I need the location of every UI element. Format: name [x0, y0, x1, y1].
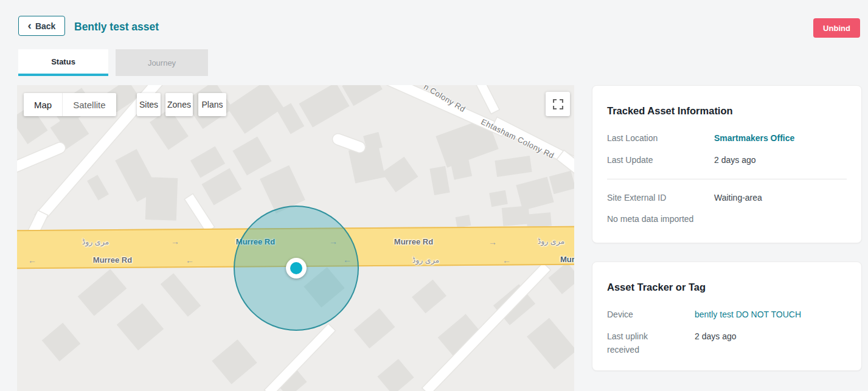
back-button-label: Back — [35, 21, 55, 31]
tracked-asset-info-card: Tracked Asset Information Last Location … — [592, 85, 862, 243]
card-divider — [607, 179, 847, 179]
map-building — [212, 339, 257, 384]
map-canvas[interactable]: n Colony Rd Ehtasham Colony Rd مری روڈ →… — [17, 85, 574, 391]
tracked-asset-info-title: Tracked Asset Information — [607, 105, 847, 117]
map-building — [87, 175, 109, 200]
arrow-right-icon: → — [488, 237, 497, 247]
road-label-murree-urdu-1: مری روڈ — [82, 237, 109, 246]
fullscreen-button[interactable] — [546, 92, 570, 116]
road-label-murree-urdu-2: مری روڈ — [538, 237, 565, 246]
asset-tracker-card: Asset Tracker or Tag Device bently test … — [592, 261, 862, 371]
map-building — [354, 308, 395, 348]
last-location-row: Last Location Smartmakers Office — [607, 131, 847, 145]
map-building — [412, 280, 446, 314]
meta-note: No meta data imported — [607, 214, 847, 224]
arrow-left-icon: ← — [502, 255, 511, 265]
arrow-left-icon: ← — [28, 255, 36, 265]
road-label-murree-urdu-3: مری روڈ — [412, 255, 440, 265]
map-building — [382, 157, 418, 193]
asset-location-marker[interactable] — [286, 258, 307, 279]
road-label-murree-3: Murree Rd — [93, 255, 132, 265]
map-type-satellite-button[interactable]: Satellite — [62, 93, 116, 116]
map-building — [495, 156, 532, 177]
map-building — [227, 85, 283, 134]
map-type-control: Map Satellite — [24, 93, 116, 116]
map-road — [17, 141, 66, 173]
map-building — [342, 85, 383, 106]
map-building — [78, 269, 127, 316]
asset-detail-page: { "header": { "back": { "chevron": "‹", … — [0, 0, 868, 391]
map-road — [422, 263, 549, 391]
device-link[interactable]: bently test DO NOT TOUCH — [695, 308, 801, 321]
last-update-label: Last Update — [607, 153, 714, 167]
fullscreen-icon — [553, 99, 563, 109]
map-building — [117, 303, 164, 350]
page-title: Bently test asset — [74, 21, 159, 33]
asset-marker-dot — [290, 262, 302, 274]
map-building — [502, 206, 530, 226]
last-uplink-value: 2 days ago — [695, 330, 737, 343]
map-building — [489, 190, 508, 207]
last-update-value: 2 days ago — [714, 153, 756, 167]
asset-tracker-title: Asset Tracker or Tag — [607, 282, 847, 293]
site-external-id-label: Site External ID — [607, 191, 714, 204]
back-button[interactable]: ‹ Back — [18, 16, 65, 36]
map-building — [526, 212, 552, 227]
tab-journey[interactable]: Journey — [116, 49, 208, 76]
last-location-link[interactable]: Smartmakers Office — [714, 131, 794, 145]
map-building — [42, 323, 80, 361]
map-building — [161, 273, 201, 317]
map-type-map-button[interactable]: Map — [24, 93, 62, 116]
zones-toggle-button[interactable]: Zones — [165, 93, 193, 116]
arrow-right-icon: → — [171, 237, 179, 246]
map-building — [516, 177, 554, 210]
back-chevron-icon: ‹ — [28, 19, 32, 31]
map-building — [548, 262, 574, 294]
map-building — [299, 85, 349, 127]
tab-bar: Status Journey — [18, 49, 208, 76]
last-update-row: Last Update 2 days ago — [607, 153, 847, 167]
site-external-id-value: Waiting-area — [714, 191, 762, 204]
map-building — [377, 359, 414, 391]
map-building — [527, 318, 574, 369]
sites-toggle-button[interactable]: Sites — [137, 93, 161, 116]
map-building — [232, 136, 271, 175]
road-label-murree-clipped: Murree Rd — [560, 255, 574, 264]
plans-toggle-button[interactable]: Plans — [198, 93, 226, 116]
device-label: Device — [607, 308, 695, 321]
road-label-murree-2: Murree Rd — [394, 237, 433, 246]
tab-status[interactable]: Status — [18, 49, 108, 76]
arrow-left-icon: ← — [186, 255, 194, 265]
last-location-label: Last Location — [607, 131, 714, 145]
unbind-button[interactable]: Unbind — [813, 18, 860, 38]
map-building — [429, 166, 450, 195]
device-row: Device bently test DO NOT TOUCH — [607, 308, 847, 321]
map-building — [456, 215, 471, 228]
last-uplink-row: Last uplink received 2 days ago — [607, 330, 847, 356]
map-road — [472, 85, 499, 113]
map-building — [549, 171, 574, 195]
map-building — [145, 177, 178, 221]
site-external-id-row: Site External ID Waiting-area — [607, 191, 847, 204]
map-road — [185, 194, 214, 232]
last-uplink-label: Last uplink received — [607, 330, 695, 356]
